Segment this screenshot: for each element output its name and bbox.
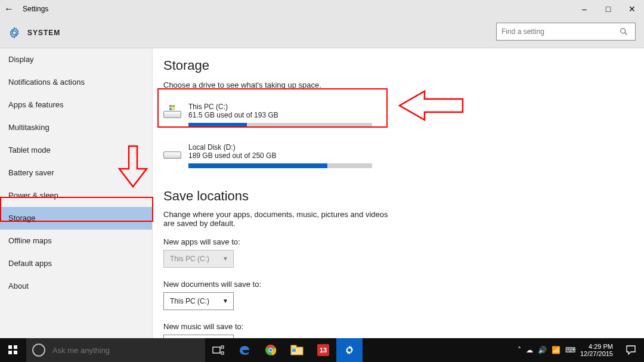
save-locations-desc: Change where your apps, documents, music… bbox=[163, 210, 390, 228]
taskbar-clock[interactable]: 4:29 PM 12/27/2015 bbox=[580, 343, 618, 357]
breadcrumb: SYSTEM bbox=[27, 29, 60, 37]
sidebar-item-multitasking[interactable]: Multitasking bbox=[0, 116, 152, 139]
combo-value: This PC (C:) bbox=[170, 255, 209, 263]
system-tray[interactable]: ˄ ☁ 🔊 📶 ⌨ bbox=[513, 346, 580, 354]
window-title: Settings bbox=[18, 5, 48, 13]
sidebar-item-default-apps[interactable]: Default apps bbox=[0, 252, 152, 275]
svg-rect-5 bbox=[172, 108, 175, 110]
save-documents-combo[interactable]: This PC (C:) ▼ bbox=[163, 292, 234, 310]
body: Display Notifications & actions Apps & f… bbox=[0, 48, 644, 338]
svg-rect-7 bbox=[221, 346, 224, 348]
sidebar-item-power[interactable]: Power & sleep bbox=[0, 184, 152, 207]
storage-subtext: Choose a drive to see what's taking up s… bbox=[163, 81, 644, 89]
taskbar-app-explorer[interactable] bbox=[284, 338, 310, 362]
chevron-down-icon: ▼ bbox=[222, 250, 228, 267]
taskbar: 13 ˄ ☁ 🔊 📶 ⌨ 4:29 PM 12/27/2015 bbox=[0, 338, 644, 362]
chevron-down-icon: ▼ bbox=[222, 293, 228, 310]
taskbar-app-chrome[interactable] bbox=[258, 338, 284, 362]
drive-usage: 61.5 GB used out of 193 GB bbox=[188, 111, 414, 119]
task-view-button[interactable] bbox=[205, 338, 231, 362]
tray-volume-icon[interactable]: 🔊 bbox=[538, 346, 547, 354]
sidebar-item-offline-maps[interactable]: Offline maps bbox=[0, 230, 152, 252]
drive-d[interactable]: Local Disk (D:) 189 GB used out of 250 G… bbox=[163, 141, 414, 171]
action-center-button[interactable] bbox=[618, 338, 644, 362]
taskbar-app-edge[interactable] bbox=[231, 338, 258, 362]
svg-rect-6 bbox=[213, 347, 220, 353]
tray-input-icon[interactable]: ⌨ bbox=[565, 346, 575, 354]
drive-bar bbox=[188, 123, 372, 128]
back-button[interactable]: ← bbox=[0, 4, 18, 14]
content: Storage Choose a drive to see what's tak… bbox=[153, 48, 644, 338]
tray-onedrive-icon[interactable]: ☁ bbox=[526, 346, 533, 354]
svg-rect-15 bbox=[292, 349, 296, 352]
search-input[interactable] bbox=[497, 27, 620, 36]
clock-time: 4:29 PM bbox=[580, 343, 613, 350]
cortana-search[interactable] bbox=[26, 338, 205, 362]
cortana-input[interactable] bbox=[51, 345, 205, 355]
save-apps-label: New apps will save to: bbox=[163, 237, 644, 246]
sidebar-item-about[interactable]: About bbox=[0, 275, 152, 298]
search-icon bbox=[620, 27, 635, 36]
save-apps-combo[interactable]: This PC (C:) ▼ bbox=[163, 250, 234, 268]
taskbar-app-calendar[interactable]: 13 bbox=[310, 338, 336, 362]
combo-value: This PC (C:) bbox=[170, 297, 209, 305]
svg-rect-4 bbox=[169, 108, 172, 110]
drive-name: This PC (C:) bbox=[188, 103, 414, 111]
svg-rect-14 bbox=[291, 345, 296, 348]
save-music-label: New music will save to: bbox=[163, 322, 644, 331]
cortana-icon bbox=[32, 344, 45, 357]
drive-icon bbox=[163, 105, 182, 119]
titlebar: ← Settings – □ ✕ bbox=[0, 0, 644, 18]
svg-rect-2 bbox=[169, 105, 172, 107]
svg-rect-3 bbox=[172, 105, 175, 107]
drive-icon bbox=[163, 146, 182, 160]
sidebar-item-storage[interactable]: Storage bbox=[0, 207, 152, 230]
gear-icon bbox=[8, 27, 20, 39]
sidebar-item-tablet[interactable]: Tablet mode bbox=[0, 139, 152, 162]
drive-usage: 189 GB used out of 250 GB bbox=[188, 151, 414, 160]
clock-date: 12/27/2015 bbox=[580, 350, 613, 357]
sidebar-item-display[interactable]: Display bbox=[0, 48, 152, 71]
close-button[interactable]: ✕ bbox=[620, 4, 644, 14]
save-locations-title: Save locations bbox=[163, 188, 644, 204]
start-button[interactable] bbox=[0, 338, 26, 362]
minimize-button[interactable]: – bbox=[572, 4, 596, 14]
save-documents-label: New documents will save to: bbox=[163, 280, 644, 289]
tray-network-icon[interactable]: 📶 bbox=[552, 346, 561, 354]
svg-point-12 bbox=[270, 349, 273, 352]
svg-line-1 bbox=[625, 33, 627, 35]
page-title: Storage bbox=[163, 58, 644, 73]
header: SYSTEM bbox=[0, 18, 644, 48]
sidebar-item-notifications[interactable]: Notifications & actions bbox=[0, 71, 152, 94]
maximize-button[interactable]: □ bbox=[596, 4, 620, 14]
sidebar-item-battery[interactable]: Battery saver bbox=[0, 162, 152, 184]
sidebar-item-apps[interactable]: Apps & features bbox=[0, 94, 152, 116]
drive-name: Local Disk (D:) bbox=[188, 143, 414, 151]
sidebar: Display Notifications & actions Apps & f… bbox=[0, 48, 153, 338]
svg-point-0 bbox=[621, 29, 626, 33]
tray-chevron-icon[interactable]: ˄ bbox=[518, 346, 521, 354]
svg-rect-8 bbox=[221, 352, 224, 354]
drive-c[interactable]: This PC (C:) 61.5 GB used out of 193 GB bbox=[163, 100, 414, 130]
taskbar-app-settings[interactable] bbox=[336, 338, 363, 362]
search-box[interactable] bbox=[496, 23, 636, 41]
drive-bar bbox=[188, 163, 372, 168]
